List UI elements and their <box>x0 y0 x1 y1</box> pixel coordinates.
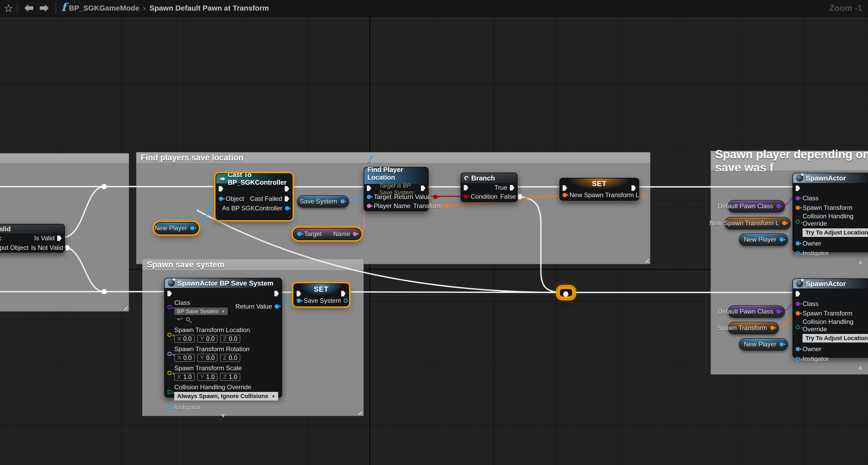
exec-in-pin[interactable] <box>297 291 301 296</box>
new-player-out-pin[interactable] <box>190 226 194 230</box>
reset-to-default-icon[interactable]: ↩ <box>177 315 183 323</box>
expand-node-icon[interactable]: ▲ <box>857 258 864 265</box>
new-spawn-transform-out-pin[interactable] <box>782 221 786 225</box>
exec-in-pin[interactable] <box>219 186 223 192</box>
owner-pin[interactable] <box>796 241 800 245</box>
collision-handling-select[interactable]: Always Spawn, Ignore Collisions▼ <box>174 392 278 400</box>
wire-branch-false-to-knot[interactable] <box>514 196 561 293</box>
exec-out-pin[interactable] <box>66 245 70 251</box>
class-pin[interactable] <box>167 305 172 309</box>
breadcrumb-function[interactable]: Spawn Default Pawn at Transform <box>149 4 269 12</box>
exec-in-pin[interactable] <box>563 185 567 191</box>
exec-in-pin[interactable] <box>367 186 371 191</box>
true-exec-pin[interactable] <box>510 185 515 191</box>
exec-out-pin[interactable] <box>285 186 289 192</box>
node-branch[interactable]: Branch True Condition False <box>461 172 518 202</box>
instigator-pin[interactable] <box>167 405 172 409</box>
object-pin[interactable] <box>219 197 223 201</box>
spawn-scale-pin[interactable] <box>167 371 172 375</box>
node-spawnactor-1[interactable]: SpawnActor Class Spawn Transform Collisi… <box>793 173 868 252</box>
pill-get-default-pawn-class-1[interactable]: Default Pawn Class <box>728 200 785 212</box>
condition-pin[interactable] <box>464 195 468 199</box>
return-value-pin[interactable] <box>433 195 438 199</box>
blueprint-graph-canvas[interactable]: Find players save location Spawn save sy… <box>0 0 868 465</box>
pill-get-save-system[interactable]: Save System <box>297 195 349 207</box>
scale-y-field[interactable]: Y1.0 <box>197 373 218 381</box>
node-set-new-spawn-transform[interactable]: SET New Spawn Transform L <box>559 178 639 201</box>
forward-icon[interactable] <box>40 4 49 12</box>
false-exec-pin[interactable] <box>518 194 523 200</box>
pill-get-new-player-1[interactable]: New Player <box>739 233 788 245</box>
spawn-transform-pin[interactable] <box>796 311 800 315</box>
spawn-location-pin[interactable] <box>167 333 172 337</box>
collision-handling-select[interactable]: Try To Adjust Location, But Always S <box>803 334 868 342</box>
owner-pin[interactable] <box>796 347 800 351</box>
name-out-pin[interactable] <box>353 232 357 236</box>
exec-in-pin[interactable] <box>796 186 800 191</box>
wire-setsave-to-knot[interactable] <box>345 292 561 293</box>
pill-get-default-pawn-class-2[interactable]: Default Pawn Class <box>728 305 785 318</box>
player-name-pin[interactable] <box>367 204 371 208</box>
wire-isnotvalid-to-spawnsave[interactable] <box>63 247 104 292</box>
rotation-x-field[interactable]: X0.0 <box>174 354 195 362</box>
back-icon[interactable] <box>24 4 33 12</box>
var-in-pin[interactable] <box>297 299 301 303</box>
as-controller-pin[interactable] <box>285 206 289 210</box>
exec-in-pin[interactable] <box>464 185 468 191</box>
scale-x-field[interactable]: X1.0 <box>174 373 195 381</box>
new-player-out-pin[interactable] <box>779 237 784 242</box>
node-get-player-name[interactable]: Target Name <box>293 228 361 240</box>
instigator-pin[interactable] <box>796 251 800 255</box>
save-system-out-pin[interactable] <box>340 199 345 203</box>
return-value-pin[interactable] <box>275 304 279 308</box>
var-out-pin[interactable] <box>642 193 646 197</box>
browse-icon[interactable] <box>186 317 190 321</box>
target-in-pin[interactable] <box>297 232 302 236</box>
location-x-field[interactable]: X0.0 <box>174 335 195 343</box>
location-y-field[interactable]: Y0.0 <box>197 335 218 343</box>
exec-in-pin[interactable] <box>796 291 800 297</box>
node-spawnactor-bp-save-system[interactable]: SpawnActor BP Save System Class BP Save … <box>164 278 282 398</box>
collision-handling-pin[interactable] <box>167 390 172 394</box>
reroute-node[interactable] <box>558 287 575 299</box>
wire-isvalid-to-cast[interactable] <box>63 187 104 237</box>
spawn-transform-pin[interactable] <box>796 206 800 210</box>
pill-get-spawn-transform-2[interactable]: Spawn Transform <box>728 322 779 334</box>
default-pawn-out-pin[interactable] <box>776 204 781 208</box>
pill-get-new-player[interactable]: New Player <box>154 222 199 234</box>
favorite-star-icon[interactable]: ☆ <box>4 3 13 13</box>
default-pawn-out-pin[interactable] <box>776 309 781 313</box>
collapse-node-icon[interactable]: ▼ <box>220 412 226 419</box>
node-spawnactor-2[interactable]: SpawnActor Class Spawn Transform Collisi… <box>793 278 868 358</box>
spawn-transform-out-pin[interactable] <box>770 326 775 330</box>
class-select[interactable]: BP Save System▼ <box>174 307 228 315</box>
collision-handling-select[interactable]: Try To Adjust Location, But Always S <box>803 228 868 237</box>
expand-node-icon[interactable]: ▲ <box>857 364 864 371</box>
node-is-valid[interactable]: Is Valid Exec Is Valid Input Object Is N… <box>0 224 65 253</box>
cast-failed-exec-pin[interactable] <box>285 196 289 202</box>
exec-out-pin[interactable] <box>421 186 425 191</box>
breadcrumb-blueprint[interactable]: BP_SGKGameMode <box>69 4 139 12</box>
pill-get-new-spawn-transform-1[interactable]: New Spawn Transform L <box>724 217 790 229</box>
pill-get-new-player-2[interactable]: New Player <box>739 338 788 351</box>
rotation-z-field[interactable]: Z0.0 <box>220 354 240 362</box>
class-pin[interactable] <box>796 302 800 306</box>
node-set-save-system[interactable]: SET Save System <box>293 284 349 306</box>
exec-out-pin[interactable] <box>341 291 346 296</box>
var-out-pin[interactable] <box>344 299 348 303</box>
node-find-player-location[interactable]: f Find Player Location Target is BP Save… <box>364 167 429 211</box>
exec-out-pin[interactable] <box>631 185 636 191</box>
rotation-y-field[interactable]: Y0.0 <box>197 354 218 362</box>
reroute-pin[interactable] <box>563 291 568 297</box>
spawn-rotation-pin[interactable] <box>167 352 172 356</box>
transform-pin[interactable] <box>444 204 449 208</box>
exec-out-pin[interactable] <box>57 236 62 241</box>
var-in-pin[interactable] <box>563 193 567 197</box>
exec-out-pin[interactable] <box>274 291 279 296</box>
node-cast-to-bp-sgkcontroller[interactable]: ↠ Cast To BP_SGKController Object Cast F… <box>216 173 292 220</box>
location-z-field[interactable]: Z0.0 <box>220 335 240 343</box>
collision-handling-pin[interactable] <box>796 325 800 329</box>
target-pin[interactable] <box>367 195 371 199</box>
exec-in-pin[interactable] <box>167 291 172 296</box>
instigator-pin[interactable] <box>796 357 800 361</box>
